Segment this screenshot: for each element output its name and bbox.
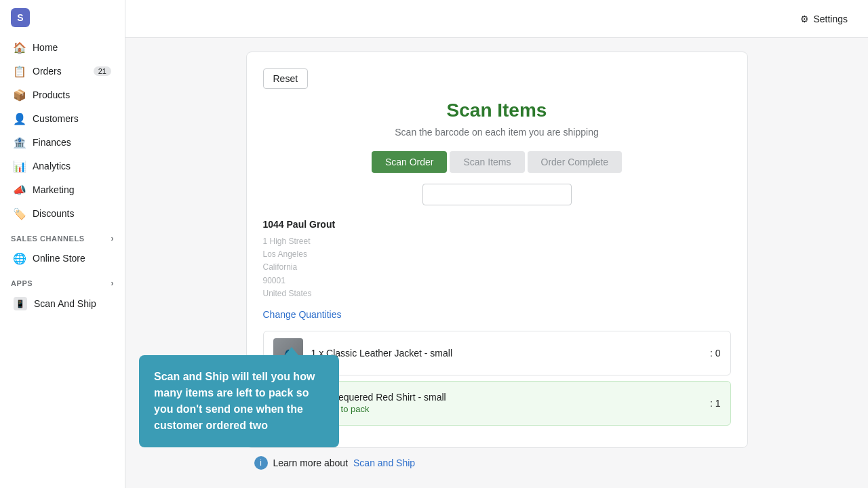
sidebar-item-scan-and-ship[interactable]: 📱 Scan And Ship <box>3 291 122 316</box>
info-icon: i <box>254 456 268 470</box>
learn-more-section: i Learn more about Scan and Ship <box>246 456 748 470</box>
address-line: 1 High Street <box>263 235 731 248</box>
content-area: Reset Scan Items Scan the barcode on eac… <box>125 38 868 488</box>
sidebar-item-analytics[interactable]: 📊 Analytics <box>3 155 122 178</box>
scan-and-ship-icon: 📱 <box>14 297 27 310</box>
scan-and-ship-label: Scan And Ship <box>34 298 96 309</box>
scan-subtitle: Scan the barcode on each item you are sh… <box>263 127 731 138</box>
product-info-shirt: 2 x Chequered Red Shirt - small 1 more t… <box>311 392 702 414</box>
sales-channels-chevron[interactable]: › <box>111 234 114 243</box>
store-icon: S <box>11 8 30 27</box>
address-line: 90001 <box>263 274 731 287</box>
finances-icon: 🏦 <box>14 136 26 148</box>
main-nav: 🏠 Home 📋 Orders 21 📦 Products 👤 Customer… <box>0 35 125 226</box>
sales-channels-label: Sales channels <box>11 235 85 243</box>
learn-more-link[interactable]: Scan and Ship <box>353 458 415 468</box>
product-info-jacket: 1 x Classic Leather Jacket - small <box>311 348 702 359</box>
sidebar-item-finances[interactable]: 🏦 Finances <box>3 131 122 154</box>
home-icon: 🏠 <box>14 41 26 54</box>
sidebar-item-home[interactable]: 🏠 Home <box>3 36 122 59</box>
apps-chevron[interactable]: › <box>111 279 114 288</box>
learn-more-text: Learn more about <box>273 458 349 468</box>
settings-label: Settings <box>813 14 848 24</box>
products-icon: 📦 <box>14 89 26 101</box>
orders-icon: 📋 <box>14 65 26 77</box>
callout-tooltip: Scan and Ship will tell you how many ite… <box>139 355 339 447</box>
scan-input[interactable] <box>422 184 572 205</box>
tab-scan-items[interactable]: Scan Items <box>450 151 524 173</box>
scan-title: Scan Items <box>263 100 731 121</box>
home-label: Home <box>33 42 58 53</box>
reset-button[interactable]: Reset <box>263 68 309 89</box>
customers-icon: 👤 <box>14 113 26 125</box>
sidebar-item-orders[interactable]: 📋 Orders 21 <box>3 60 122 83</box>
marketing-label: Marketing <box>33 184 74 195</box>
product-count-jacket: : 0 <box>710 348 721 359</box>
product-more-to-pack-shirt: 1 more to pack <box>311 404 702 414</box>
sidebar-item-discounts[interactable]: 🏷️ Discounts <box>3 202 122 225</box>
address-line: Los Angeles <box>263 248 731 261</box>
sidebar-item-marketing[interactable]: 📣 Marketing <box>3 178 122 201</box>
finances-label: Finances <box>33 137 71 148</box>
online-store-icon: 🌐 <box>14 252 26 264</box>
analytics-label: Analytics <box>33 161 71 171</box>
order-address: 1 High StreetLos AngelesCalifornia90001U… <box>263 235 731 300</box>
sidebar: S 🏠 Home 📋 Orders 21 📦 Products 👤 Custom… <box>0 0 125 488</box>
analytics-icon: 📊 <box>14 160 26 172</box>
discounts-icon: 🏷️ <box>14 207 26 220</box>
product-count-shirt: : 1 <box>710 398 721 409</box>
product-name-jacket: 1 x Classic Leather Jacket - small <box>311 348 702 359</box>
products-label: Products <box>33 89 70 100</box>
order-name: 1044 Paul Grout <box>263 219 731 230</box>
topbar: ⚙ Settings <box>125 0 868 38</box>
marketing-icon: 📣 <box>14 184 26 196</box>
sales-channels-section: Sales channels › <box>0 226 125 246</box>
sidebar-item-online-store[interactable]: 🌐 Online Store <box>3 247 122 270</box>
change-quantities-link[interactable]: Change Quantities <box>263 309 342 320</box>
tab-bar: Scan Order Scan Items Order Complete <box>263 151 731 173</box>
address-line: United States <box>263 287 731 300</box>
address-line: California <box>263 261 731 274</box>
callout-text: Scan and Ship will tell you how many ite… <box>154 371 315 431</box>
product-name-shirt: 2 x Chequered Red Shirt - small <box>311 392 702 403</box>
apps-section: Apps › <box>0 270 125 291</box>
tab-order-complete[interactable]: Order Complete <box>528 151 623 173</box>
sidebar-item-products[interactable]: 📦 Products <box>3 83 122 106</box>
settings-icon: ⚙ <box>800 14 809 24</box>
store-logo[interactable]: S <box>0 0 125 35</box>
scan-input-wrapper <box>263 184 731 205</box>
discounts-label: Discounts <box>33 208 74 219</box>
main-content: ⚙ Settings Reset Scan Items Scan the bar… <box>125 0 868 488</box>
orders-label: Orders <box>33 66 62 77</box>
online-store-label: Online Store <box>33 253 85 264</box>
orders-badge: 21 <box>94 66 111 76</box>
sidebar-item-customers[interactable]: 👤 Customers <box>3 107 122 130</box>
settings-button[interactable]: ⚙ Settings <box>793 9 854 28</box>
apps-label: Apps <box>11 279 33 287</box>
customers-label: Customers <box>33 113 79 124</box>
tab-scan-order[interactable]: Scan Order <box>372 151 448 173</box>
